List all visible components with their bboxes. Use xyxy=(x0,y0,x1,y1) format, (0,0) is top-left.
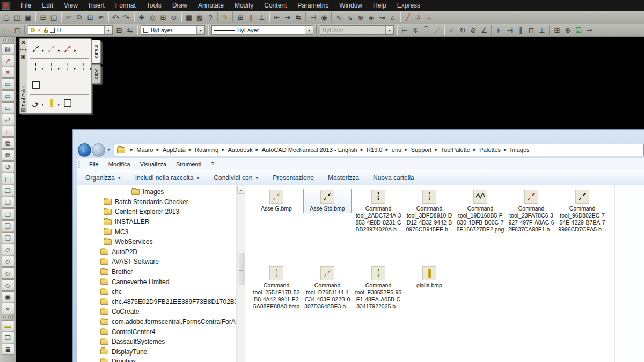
axis-black-tool[interactable] xyxy=(30,44,41,55)
linetype-dropdown[interactable]: ByLayer ▼ xyxy=(211,25,313,35)
layer-freeze-icon[interactable]: ☀ xyxy=(36,27,42,34)
circle-tool-icon[interactable]: ○ xyxy=(447,25,457,35)
paste-icon[interactable]: ⊡ xyxy=(85,12,96,23)
command-nuova-cartella[interactable]: Nuova cartella xyxy=(373,174,414,182)
acad-menu-edit[interactable]: Edit xyxy=(36,1,58,10)
markup-icon[interactable]: ≣ xyxy=(2,344,14,355)
breadcrumb-palettes[interactable]: Palettes xyxy=(479,147,501,153)
tree-item-cocreate[interactable]: CoCreate xyxy=(77,307,236,317)
iso-view-ne-icon[interactable]: ◇ xyxy=(2,244,14,255)
tree-item-installer[interactable]: INSTALLER xyxy=(77,217,236,227)
center-mark-icon[interactable]: ⊕ xyxy=(562,25,573,35)
acad-menu-content[interactable]: Content xyxy=(259,1,292,10)
tree-item-avast-software[interactable]: AVAST Software xyxy=(77,257,236,267)
breadcrumb-toolpalette[interactable]: ToolPalette xyxy=(441,147,470,153)
no-plot-icon[interactable]: ⊘ xyxy=(468,25,479,35)
dim-power-icon[interactable]: ⊢ xyxy=(399,25,410,35)
cube-view-4-icon[interactable]: ❏ xyxy=(2,220,14,231)
file-item-command-tool-3dfd8910[interactable]: Commandtool_3DFD8910-DD12-4B32-9442-B097… xyxy=(405,189,453,234)
breadcrumb-mauro[interactable]: Mauro xyxy=(136,147,153,153)
layer-lock-icon[interactable] xyxy=(44,30,48,33)
file-item-gialla-bmp[interactable]: gialla.bmp xyxy=(405,265,453,290)
iso-view-sw-icon[interactable]: ◇ xyxy=(2,279,14,291)
match-properties-icon[interactable]: ≋ xyxy=(96,12,106,23)
iso-view-nw-icon[interactable]: ◇ xyxy=(2,256,14,267)
yellow-line-tool[interactable] xyxy=(46,97,57,108)
magnet-icon[interactable]: ∩ xyxy=(2,126,14,137)
iso-view-se-icon[interactable]: ◇ xyxy=(2,267,14,279)
pan-icon[interactable]: ✥ xyxy=(136,12,147,23)
make-object-layer-icon[interactable]: ⊟ xyxy=(114,25,125,35)
explorer-menu-file[interactable]: File xyxy=(84,160,104,169)
copy-edit-icon[interactable]: ⧉ xyxy=(2,149,14,161)
insert-symbol-icon[interactable]: ⊕ xyxy=(355,12,366,23)
power-dimension-icon[interactable]: ⊣ xyxy=(308,12,319,23)
rectangle-tool-2[interactable] xyxy=(62,97,74,108)
address-bar[interactable]: ▶Mauro▶AppData▶Roaming▶Autodesk▶AutoCAD … xyxy=(114,144,644,156)
tree-item-com-adobe-formscentral-formscentralforac[interactable]: com.adobe.formscentral.FormsCentralForAc… xyxy=(77,317,236,327)
dim-align-icon[interactable]: ⊦ xyxy=(494,25,504,35)
redo-icon[interactable]: ↷▼ xyxy=(121,12,132,23)
layer-on-icon[interactable] xyxy=(31,28,35,32)
command-presentazione[interactable]: Presentazione xyxy=(273,174,314,182)
file-item-asse-g-bmp[interactable]: Asse G.bmp xyxy=(252,189,301,213)
undo-icon[interactable]: ↶▼ xyxy=(111,12,121,23)
file-item-command-tool-23fa78c6[interactable]: Commandtool_23FA78C6-3927-497F-A8AC-62F8… xyxy=(507,189,555,234)
acad-menu-insert[interactable]: Insert xyxy=(83,1,110,10)
tree-item-canneverbe-limited[interactable]: Canneverbe Limited xyxy=(77,277,236,287)
acad-menu-tools[interactable]: Tools xyxy=(141,1,167,10)
scroll-up-icon[interactable]: ▲ xyxy=(237,186,245,194)
explorer-menu-modifica[interactable]: Modifica xyxy=(104,160,135,169)
breadcrumb-appdata[interactable]: AppData xyxy=(163,147,186,153)
acad-menu-view[interactable]: View xyxy=(58,1,83,10)
dim-baseline-icon[interactable]: ⇤ xyxy=(272,12,282,23)
acad-menu-window[interactable]: Window xyxy=(334,1,368,10)
color-dropdown-caret[interactable]: ▼ xyxy=(196,26,204,34)
tree-item-webservices[interactable]: WebServices xyxy=(77,237,236,247)
layer-translate-icon[interactable]: ⇆ xyxy=(125,25,135,35)
file-item-command-tool-2551e17b[interactable]: Commandtool_2551E17B-52B8-4A42-9911-E25A… xyxy=(252,265,301,311)
breadcrumb-roaming[interactable]: Roaming xyxy=(195,147,218,153)
hatch-icon[interactable]: ▨ xyxy=(2,43,14,54)
sheet-set-icon[interactable]: ❐ xyxy=(2,332,14,343)
cube-view-5-icon[interactable]: ❏ xyxy=(2,232,14,243)
toolbar-grip[interactable] xyxy=(3,39,13,41)
dim-chain-icon[interactable]: ⋰ xyxy=(431,25,442,35)
zoom-object-icon[interactable]: ⌖ xyxy=(2,303,14,314)
acad-menu-format[interactable]: Format xyxy=(110,1,141,10)
explorer-menu-strumenti[interactable]: Strumenti xyxy=(171,160,206,169)
workspace-icon[interactable]: ◻ xyxy=(12,25,23,35)
tree-item-brother[interactable]: Brother xyxy=(77,267,236,277)
move-link-icon[interactable]: ⇘ xyxy=(345,12,355,23)
title-block-icon[interactable]: ⌂ xyxy=(387,12,398,23)
stretch-arrows-icon[interactable]: ⇄ xyxy=(2,114,14,125)
acad-menu-parametric[interactable]: Parametric xyxy=(292,1,334,10)
plot-icon[interactable]: ⊟ xyxy=(38,12,48,23)
line-black-tool[interactable] xyxy=(30,61,41,73)
file-item-command-tool-f38652e5[interactable]: Commandtool_F38652E5-95E1-48EA-A05B-C834… xyxy=(354,265,402,311)
palette-tab-altro[interactable]: Altro xyxy=(92,64,101,84)
dim-box-icon[interactable]: ⊓ xyxy=(526,25,537,35)
acad-menu-help[interactable]: Help xyxy=(368,1,392,10)
dim-style-icon[interactable]: ⊣ xyxy=(504,25,515,35)
tree-item-autop2d[interactable]: AutoP2D xyxy=(77,247,236,257)
color-dropdown[interactable]: ByLayer ▼ xyxy=(141,25,205,35)
command-includi-nella-raccolta[interactable]: Includi nella raccolta▼ xyxy=(135,174,200,182)
open-icon[interactable]: ◳ xyxy=(12,12,23,23)
dimension-vertical-icon[interactable]: ⊥ xyxy=(257,12,267,23)
properties-icon[interactable]: ▦ xyxy=(184,12,194,23)
dimension-horizontal-icon[interactable]: ∥ xyxy=(246,12,257,23)
palette-properties-icon[interactable]: ▣ xyxy=(21,54,26,59)
check-standards-icon[interactable]: ☑ xyxy=(573,25,584,35)
cut-icon[interactable]: ✂ xyxy=(63,12,74,23)
breadcrumb-enu[interactable]: enu xyxy=(392,147,401,153)
tree-scrollbar[interactable]: ▲ xyxy=(236,185,245,362)
construction-grid-icon[interactable]: # xyxy=(413,12,424,23)
breadcrumb-autocad-mechanical-2013-english[interactable]: AutoCAD Mechanical 2013 - English xyxy=(262,147,357,153)
toolbar-grip[interactable] xyxy=(3,316,13,318)
copy-icon[interactable]: ⧉ xyxy=(74,12,85,23)
help-icon[interactable]: ? xyxy=(205,12,216,23)
layer-dropdown[interactable]: ☀ 0 ▼ xyxy=(28,25,113,35)
tree-item-content-explorer-2013[interactable]: Content Explorer 2013 xyxy=(77,207,236,217)
line-gray-tool[interactable] xyxy=(62,61,74,73)
